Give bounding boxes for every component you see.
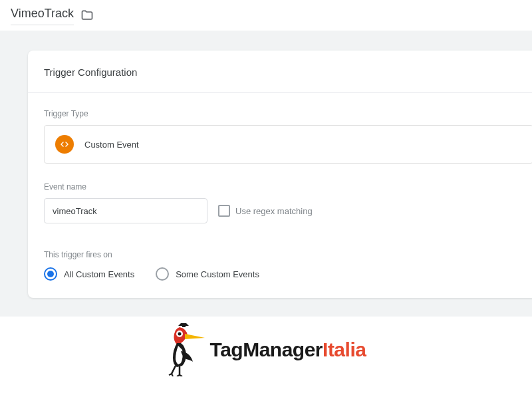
page-header: VimeoTrack (0, 0, 532, 31)
event-name-label: Event name (44, 182, 532, 192)
radio-option-some[interactable]: Some Custom Events (156, 267, 259, 281)
radio-some[interactable] (156, 267, 169, 281)
svg-line-9 (177, 375, 180, 376)
svg-marker-4 (185, 334, 205, 339)
brand-text-1: TagManager (210, 338, 323, 360)
woodpecker-icon (166, 323, 207, 376)
trigger-config-panel: Trigger Configuration Trigger Type Custo… (28, 51, 532, 298)
custom-event-icon (55, 135, 74, 154)
brand-text-2: Italia (323, 338, 366, 360)
radio-all-label: All Custom Events (64, 269, 134, 279)
trigger-type-label: Trigger Type (44, 109, 532, 118)
content-area: Trigger Configuration Trigger Type Custo… (0, 31, 532, 317)
regex-checkbox[interactable] (218, 205, 230, 217)
divider (28, 92, 532, 93)
svg-line-8 (172, 374, 173, 376)
svg-line-10 (180, 375, 182, 376)
radio-some-label: Some Custom Events (176, 269, 259, 279)
brand-logo: TagManagerItalia (0, 317, 532, 376)
panel-title: Trigger Configuration (44, 66, 532, 78)
event-name-input[interactable] (44, 198, 207, 223)
folder-icon[interactable] (80, 9, 94, 22)
radio-option-all[interactable]: All Custom Events (44, 267, 134, 281)
svg-line-5 (172, 366, 176, 374)
brand-text: TagManagerItalia (210, 338, 366, 361)
regex-checkbox-group[interactable]: Use regex matching (218, 205, 313, 217)
regex-checkbox-label: Use regex matching (235, 206, 313, 216)
svg-point-3 (178, 332, 181, 336)
fires-on-radio-group: All Custom Events Some Custom Events (44, 267, 532, 281)
fires-on-label: This trigger fires on (44, 250, 532, 259)
event-name-row: Use regex matching (44, 198, 532, 223)
radio-all[interactable] (44, 267, 57, 281)
svg-rect-1 (182, 325, 186, 327)
trigger-type-name: Custom Event (84, 140, 139, 150)
page-title: VimeoTrack (11, 7, 74, 25)
trigger-type-selector[interactable]: Custom Event (44, 125, 532, 164)
